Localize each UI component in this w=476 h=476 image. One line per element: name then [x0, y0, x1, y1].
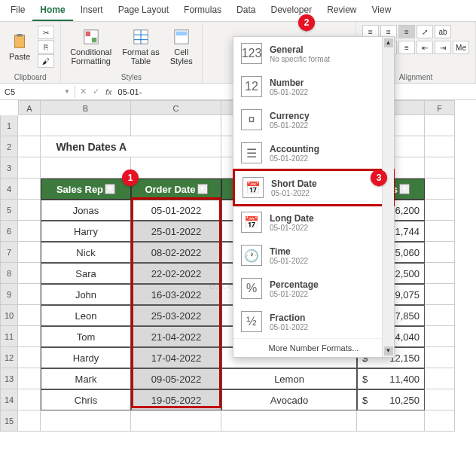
- row-header-2[interactable]: 2: [0, 136, 18, 157]
- align-right-button[interactable]: ≡: [398, 41, 415, 54]
- more-number-formats-link[interactable]: More Number Formats...: [233, 338, 394, 357]
- format-option-time[interactable]: 🕐Time05-01-2022: [233, 239, 394, 272]
- svg-rect-10: [175, 32, 187, 36]
- orientation-button[interactable]: ⤢: [416, 25, 433, 38]
- cell-order-date[interactable]: 05-01-2022: [131, 200, 221, 221]
- decrease-indent-button[interactable]: ⇤: [416, 41, 433, 54]
- formula-input[interactable]: 05-01-: [118, 87, 142, 96]
- name-box[interactable]: C5▼: [0, 86, 75, 98]
- filter-icon[interactable]: ▼: [197, 184, 208, 194]
- col-header-C[interactable]: C: [131, 100, 221, 115]
- row-header-4[interactable]: 4: [0, 178, 18, 200]
- row-header-6[interactable]: 6: [0, 221, 18, 242]
- format-icon: 📅: [241, 212, 262, 233]
- row-header-11[interactable]: 11: [0, 326, 18, 347]
- cell-sales-rep[interactable]: Harry: [41, 221, 131, 242]
- format-option-general[interactable]: 123GeneralNo specific format: [233, 37, 394, 70]
- cell-order-date[interactable]: 19-05-2022: [131, 389, 221, 410]
- cell-order-date[interactable]: 25-01-2022: [131, 221, 221, 242]
- cell-sales-rep[interactable]: Nick: [41, 242, 131, 263]
- cell-product[interactable]: Avocado: [221, 389, 357, 410]
- tab-home[interactable]: Home: [32, 0, 72, 21]
- format-icon: 12: [241, 76, 262, 97]
- filter-icon[interactable]: ▼: [105, 184, 115, 194]
- row-header-12[interactable]: 12: [0, 347, 18, 368]
- paste-button[interactable]: Paste: [6, 31, 33, 63]
- format-option-fraction[interactable]: ½Fraction05-01-2022: [233, 305, 394, 338]
- cell-product[interactable]: Lemon: [221, 368, 357, 389]
- merge-button[interactable]: Me: [453, 41, 469, 54]
- copy-button[interactable]: ⎘: [38, 40, 54, 53]
- row-header-13[interactable]: 13: [0, 368, 18, 389]
- conditional-formatting-button[interactable]: Conditional Formatting: [67, 26, 114, 67]
- tab-view[interactable]: View: [365, 0, 399, 21]
- cell-sales-rep[interactable]: Chris: [41, 389, 131, 410]
- row-header-8[interactable]: 8: [0, 263, 18, 284]
- cell-order-date[interactable]: 09-05-2022: [131, 368, 221, 389]
- cell-sales[interactable]: $11,400: [357, 368, 425, 389]
- format-icon: ☰: [241, 142, 262, 163]
- row-header-1[interactable]: 1: [0, 115, 18, 136]
- col-header-F[interactable]: F: [425, 100, 455, 115]
- tab-insert[interactable]: Insert: [73, 0, 111, 21]
- cell-order-date[interactable]: 21-04-2022: [131, 326, 221, 347]
- cell-order-date[interactable]: 08-02-2022: [131, 242, 221, 263]
- enter-formula-icon[interactable]: ✓: [93, 87, 99, 96]
- tab-page-layout[interactable]: Page Layout: [111, 0, 176, 21]
- title-cell: When Dates A: [41, 136, 131, 157]
- ribbon-tabs: File Home Insert Page Layout Formulas Da…: [0, 0, 476, 22]
- cell-sales[interactable]: $10,250: [357, 389, 425, 410]
- format-option-currency[interactable]: ¤Currency05-01-2022: [233, 103, 394, 136]
- row-header-9[interactable]: 9: [0, 284, 18, 305]
- format-option-accounting[interactable]: ☰Accounting05-01-2022: [233, 136, 394, 169]
- wrap-text-button[interactable]: ab: [435, 25, 451, 38]
- cell-order-date[interactable]: 17-04-2022: [131, 347, 221, 368]
- cancel-formula-icon[interactable]: ✕: [80, 87, 87, 96]
- cell-sales-rep[interactable]: Sara: [41, 263, 131, 284]
- group-styles: Conditional Formatting Format as Table C…: [61, 22, 203, 83]
- cell-order-date[interactable]: 22-02-2022: [131, 263, 221, 284]
- col-header-B[interactable]: B: [41, 100, 131, 115]
- align-bottom-button[interactable]: ≡: [398, 25, 415, 38]
- cell-sales-rep[interactable]: John: [41, 284, 131, 305]
- cell-order-date[interactable]: 16-03-2022: [131, 284, 221, 305]
- cell-sales-rep[interactable]: Tom: [41, 326, 131, 347]
- row-header-10[interactable]: 10: [0, 305, 18, 326]
- cell-styles-button[interactable]: Cell Styles: [167, 26, 196, 67]
- svg-rect-3: [85, 32, 90, 36]
- row-header-5[interactable]: 5: [0, 200, 18, 221]
- header-sales-rep[interactable]: Sales Rep▼: [41, 178, 131, 200]
- callout-marker-1: 1: [122, 169, 139, 186]
- filter-icon[interactable]: ▼: [399, 184, 410, 194]
- fx-icon[interactable]: fx: [105, 87, 112, 96]
- tab-data[interactable]: Data: [229, 0, 263, 21]
- number-format-dropdown: 123GeneralNo specific format12Number05-0…: [233, 36, 395, 358]
- format-option-percentage[interactable]: %Percentage05-01-2022: [233, 272, 394, 305]
- cell-sales-rep[interactable]: Leon: [41, 305, 131, 326]
- cell-sales-rep[interactable]: Jonas: [41, 200, 131, 221]
- callout-marker-2: 2: [298, 14, 315, 31]
- tab-review[interactable]: Review: [319, 0, 364, 21]
- dropdown-scrollbar[interactable]: ▲▼: [382, 37, 394, 357]
- tab-file[interactable]: File: [3, 0, 32, 21]
- row-header-3[interactable]: 3: [0, 157, 18, 178]
- cell-sales-rep[interactable]: Hardy: [41, 347, 131, 368]
- format-option-number[interactable]: 12Number05-01-2022: [233, 70, 394, 103]
- col-header-A[interactable]: A: [18, 100, 41, 115]
- format-option-long-date[interactable]: 📅Long Date05-01-2022: [233, 206, 394, 239]
- increase-indent-button[interactable]: ⇥: [435, 41, 451, 54]
- row-header-15[interactable]: 15: [0, 410, 18, 432]
- format-as-table-button[interactable]: Format as Table: [119, 26, 163, 67]
- cell-sales-rep[interactable]: Mark: [41, 368, 131, 389]
- header-order-date[interactable]: Order Date▼: [131, 178, 221, 200]
- tab-formulas[interactable]: Formulas: [176, 0, 229, 21]
- cut-button[interactable]: ✂: [38, 26, 54, 39]
- row-header-14[interactable]: 14: [0, 389, 18, 410]
- format-painter-button[interactable]: 🖌: [38, 54, 54, 68]
- row-header-7[interactable]: 7: [0, 242, 18, 263]
- callout-marker-3: 3: [371, 169, 387, 186]
- fmt-table-icon: [132, 28, 150, 46]
- svg-rect-0: [15, 35, 25, 48]
- cell-order-date[interactable]: 25-03-2022: [131, 305, 221, 326]
- svg-rect-4: [92, 38, 96, 42]
